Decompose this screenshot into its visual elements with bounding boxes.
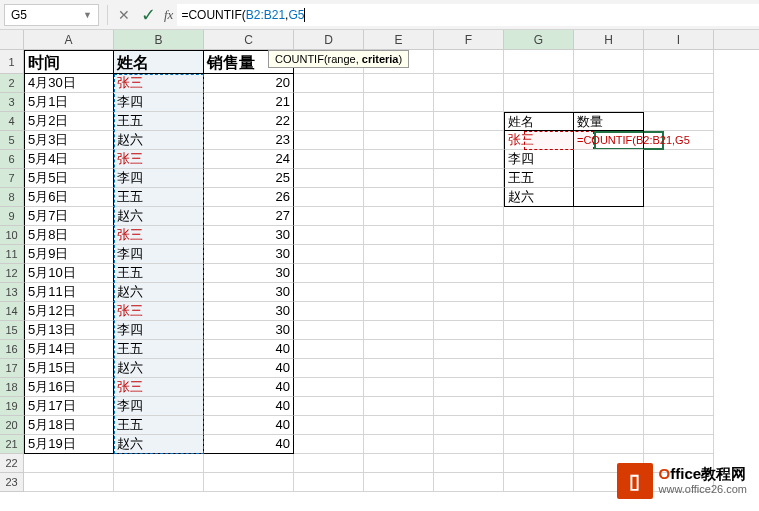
cell[interactable] [434, 188, 504, 207]
cell[interactable] [434, 207, 504, 226]
cell[interactable] [364, 207, 434, 226]
cell[interactable] [434, 264, 504, 283]
cell[interactable] [434, 302, 504, 321]
cell[interactable] [294, 169, 364, 188]
cell[interactable] [294, 359, 364, 378]
cell[interactable] [364, 245, 434, 264]
cell[interactable] [24, 473, 114, 492]
cell[interactable] [364, 226, 434, 245]
side-qty[interactable]: =COUNTIF(B2:B21,G5 [574, 131, 644, 150]
cell[interactable] [504, 245, 574, 264]
cell[interactable] [364, 188, 434, 207]
cell-name[interactable]: 李四 [114, 169, 204, 188]
cell[interactable] [504, 50, 574, 74]
side-name[interactable]: 李四 [504, 150, 574, 169]
cell[interactable] [294, 207, 364, 226]
row-header-8[interactable]: 8 [0, 188, 24, 207]
cell-name[interactable]: 赵六 [114, 283, 204, 302]
cell-name[interactable]: 赵六 [114, 359, 204, 378]
cell[interactable] [504, 416, 574, 435]
cell-date[interactable]: 5月7日 [24, 207, 114, 226]
cell[interactable] [434, 93, 504, 112]
col-header-F[interactable]: F [434, 30, 504, 49]
cell[interactable] [644, 169, 714, 188]
col-header-G[interactable]: G [504, 30, 574, 49]
cell[interactable] [574, 340, 644, 359]
cell[interactable] [364, 473, 434, 492]
cell[interactable] [504, 93, 574, 112]
cell[interactable] [504, 74, 574, 93]
row-header-21[interactable]: 21 [0, 435, 24, 454]
name-box[interactable]: G5 ▼ [4, 4, 99, 26]
cell[interactable] [364, 454, 434, 473]
cell[interactable] [574, 226, 644, 245]
row-header-15[interactable]: 15 [0, 321, 24, 340]
cell[interactable] [574, 321, 644, 340]
side-header-qty[interactable]: 数量 [574, 112, 644, 131]
cell-sales[interactable]: 40 [204, 397, 294, 416]
cell-name[interactable]: 王五 [114, 416, 204, 435]
cell[interactable] [644, 50, 714, 74]
cell[interactable] [434, 50, 504, 74]
col-header-C[interactable]: C [204, 30, 294, 49]
row-header-19[interactable]: 19 [0, 397, 24, 416]
cell[interactable] [294, 131, 364, 150]
cell-sales[interactable]: 40 [204, 416, 294, 435]
cell-name[interactable]: 张三 [114, 226, 204, 245]
cell-name[interactable]: 赵六 [114, 207, 204, 226]
cell[interactable] [364, 302, 434, 321]
cell-name[interactable]: 王五 [114, 340, 204, 359]
row-header-13[interactable]: 13 [0, 283, 24, 302]
cell[interactable] [364, 131, 434, 150]
cell-sales[interactable]: 30 [204, 226, 294, 245]
cell-date[interactable]: 5月17日 [24, 397, 114, 416]
cell-date[interactable]: 5月14日 [24, 340, 114, 359]
cell[interactable] [434, 340, 504, 359]
cell[interactable] [574, 93, 644, 112]
cell[interactable] [644, 188, 714, 207]
cell-date[interactable]: 5月13日 [24, 321, 114, 340]
cell-sales[interactable]: 40 [204, 435, 294, 454]
cell[interactable] [204, 454, 294, 473]
row-header-5[interactable]: 5 [0, 131, 24, 150]
cell-name[interactable]: 张三 [114, 74, 204, 93]
cell[interactable] [644, 340, 714, 359]
row-header-14[interactable]: 14 [0, 302, 24, 321]
cell[interactable] [504, 397, 574, 416]
side-qty[interactable] [574, 150, 644, 169]
cell[interactable] [364, 150, 434, 169]
cell-name[interactable]: 张三 [114, 378, 204, 397]
cell[interactable] [434, 169, 504, 188]
cell-sales[interactable]: 24 [204, 150, 294, 169]
cell[interactable] [294, 112, 364, 131]
cell-date[interactable]: 5月12日 [24, 302, 114, 321]
cell-sales[interactable]: 25 [204, 169, 294, 188]
cell-date[interactable]: 4月30日 [24, 74, 114, 93]
cell[interactable] [574, 264, 644, 283]
cell-name[interactable]: 张三 [114, 150, 204, 169]
cell-sales[interactable]: 21 [204, 93, 294, 112]
cell[interactable] [574, 302, 644, 321]
cell[interactable] [504, 454, 574, 473]
col-header-I[interactable]: I [644, 30, 714, 49]
cell[interactable] [434, 454, 504, 473]
cell[interactable] [504, 264, 574, 283]
cell-name[interactable]: 李四 [114, 397, 204, 416]
cell-date[interactable]: 5月18日 [24, 416, 114, 435]
cell[interactable] [504, 283, 574, 302]
row-header-2[interactable]: 2 [0, 74, 24, 93]
header-time[interactable]: 时间 [24, 50, 114, 74]
cell[interactable] [294, 321, 364, 340]
cell[interactable] [504, 378, 574, 397]
side-qty[interactable] [574, 188, 644, 207]
cell[interactable] [434, 112, 504, 131]
cell-date[interactable]: 5月15日 [24, 359, 114, 378]
cell[interactable] [504, 340, 574, 359]
side-name[interactable]: 王五 [504, 169, 574, 188]
cell[interactable] [434, 226, 504, 245]
cell-sales[interactable]: 40 [204, 359, 294, 378]
cell-sales[interactable]: 26 [204, 188, 294, 207]
cell[interactable] [364, 435, 434, 454]
cell-name[interactable]: 李四 [114, 245, 204, 264]
col-header-E[interactable]: E [364, 30, 434, 49]
